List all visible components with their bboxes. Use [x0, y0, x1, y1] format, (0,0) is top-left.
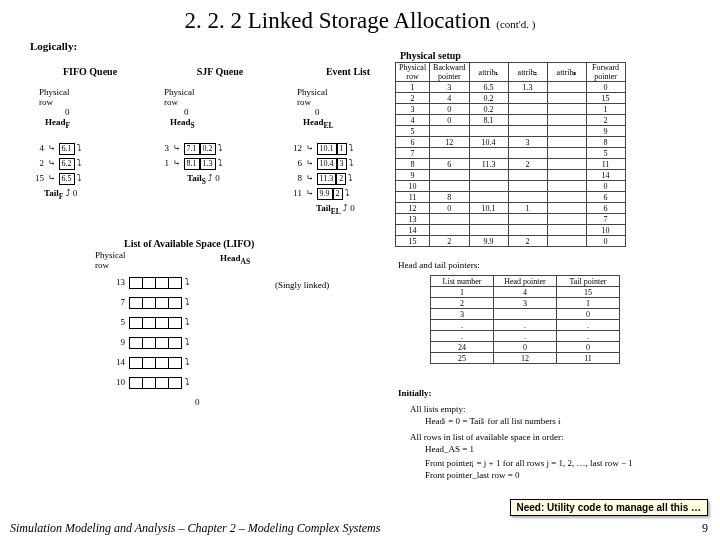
- page-number: 9: [702, 521, 708, 536]
- lifo-title: List of Available Space (LIFO): [124, 238, 254, 249]
- pointer-table: List numberHead pointerTail pointer 1415…: [430, 275, 620, 364]
- init-line-4: Head_AS = 1: [425, 444, 474, 454]
- pointer-table-label: Head and tail pointers:: [398, 260, 480, 270]
- physical-setup-table: Physical rowBackward pointerattrib₁attri…: [395, 62, 626, 247]
- init-line-6: Front pointer_last row = 0: [425, 470, 520, 480]
- footer-text: Simulation Modeling and Analysis – Chapt…: [10, 521, 380, 536]
- utility-note: Need: Utility code to manage all this …: [510, 499, 708, 516]
- init-line-1: All lists empty:: [410, 404, 466, 414]
- init-line-2: Headᵢ = 0 = Tailᵢ for all list numbers i: [425, 416, 561, 426]
- phys-setup-label: Physical setup: [400, 50, 461, 61]
- lifo-phys-label: Physical row: [95, 250, 126, 270]
- sjf-queue: SJF Queue Physical row 0 HeadS 3 ⤷ 7.10.…: [155, 66, 285, 186]
- initially-label: Initially:: [398, 388, 432, 398]
- page-title: 2. 2. 2 Linked Storage Allocation (cont'…: [0, 8, 720, 34]
- lifo-rows: 13 ⤵7 ⤵5 ⤵9 ⤵14 ⤵10 ⤵0: [105, 272, 200, 412]
- singly-linked-note: (Singly linked): [275, 280, 329, 290]
- lifo-head: HeadAS: [220, 253, 250, 266]
- fifo-queue: FIFO Queue Physical row 0 HeadF 4 ⤷ 6.1 …: [30, 66, 150, 201]
- init-line-3: All rows in list of available space in o…: [410, 432, 563, 442]
- event-list: Event List Physical row 0 HeadEL 12 ⤷ 10…: [288, 66, 408, 216]
- logically-label: Logically:: [30, 40, 77, 52]
- init-line-5: Front pointerⱼ = j + 1 for all rows j = …: [425, 458, 633, 468]
